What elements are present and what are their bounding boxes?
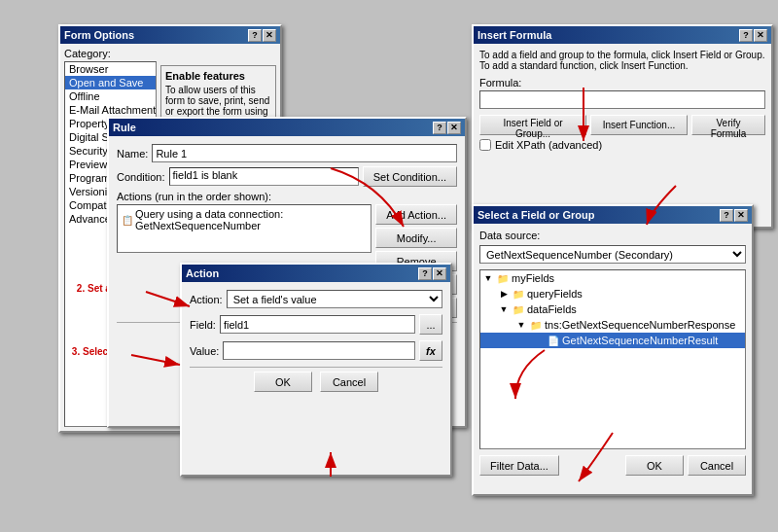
select-field-dialog: Select a Field or Group ? ✕ Data source:… xyxy=(472,204,754,496)
queryfields-expand[interactable]: ▶ xyxy=(498,288,510,300)
tns-icon: 📁 xyxy=(529,318,543,332)
verify-formula-btn[interactable]: Verify Formula xyxy=(691,115,765,135)
tree-node-myfields[interactable]: ▼ 📁 myFields xyxy=(480,270,745,286)
insert-field-btn[interactable]: Insert Field or Group... xyxy=(479,115,586,135)
select-field-title-buttons: ? ✕ xyxy=(720,209,748,222)
edit-xpath-label: Edit XPath (advanced) xyxy=(495,139,602,151)
myfields-folder-icon: 📁 xyxy=(496,271,510,285)
action-title-buttons: ? ✕ xyxy=(418,267,446,280)
select-field-title-bar: Select a Field or Group ? ✕ xyxy=(474,206,752,224)
action-cancel-btn[interactable]: Cancel xyxy=(320,372,378,392)
rule-name-input[interactable] xyxy=(152,144,457,162)
select-field-ok-cancel: OK Cancel xyxy=(625,455,746,476)
browse-field-btn[interactable]: ... xyxy=(419,314,442,335)
tree-node-tns[interactable]: ▼ 📁 tns:GetNextSequenceNumberResponse xyxy=(480,317,745,333)
insert-formula-title: Insert Formula xyxy=(477,29,551,41)
datafields-expand[interactable]: ▼ xyxy=(498,303,510,315)
action-ok-btn[interactable]: OK xyxy=(254,372,312,392)
form-options-help-btn[interactable]: ? xyxy=(248,29,262,42)
rule-title-bar: Rule ? ✕ xyxy=(109,119,465,136)
datasource-label: Data source: xyxy=(479,230,540,241)
fx-btn[interactable]: fx xyxy=(419,340,442,361)
actions-list[interactable]: 📋 Query using a data connection: GetNext… xyxy=(117,204,371,253)
insert-formula-content: To add a field and group to the formula,… xyxy=(474,44,771,160)
tree-node-result[interactable]: ▶ 📄 GetNextSequenceNumberResult xyxy=(480,333,745,348)
category-label: Category: xyxy=(64,48,276,59)
action-title: Action xyxy=(186,267,219,279)
edit-xpath-checkbox[interactable] xyxy=(479,139,491,151)
insert-formula-title-buttons: ? ✕ xyxy=(739,29,767,42)
rule-title: Rule xyxy=(113,122,136,133)
myfields-expand[interactable]: ▼ xyxy=(482,272,494,284)
field-tree[interactable]: ▼ 📁 myFields ▶ 📁 queryFields ▼ 📁 dataFie… xyxy=(479,269,746,449)
enable-features-label: Enable features xyxy=(165,70,245,82)
datasource-select[interactable]: GetNextSequenceNumber (Secondary) xyxy=(479,245,746,264)
select-field-content: Data source: GetNextSequenceNumber (Seco… xyxy=(474,224,752,481)
action-type-row: Action: Set a field's value Query using … xyxy=(190,290,442,308)
action-dialog: Action ? ✕ Action: Set a field's value Q… xyxy=(180,263,452,477)
rule-name-label: Name: xyxy=(117,148,148,160)
rule-help-btn[interactable]: ? xyxy=(433,122,446,134)
query-icon: 📋 xyxy=(122,215,133,226)
formula-label: Formula: xyxy=(479,77,521,89)
rule-close-btn[interactable]: ✕ xyxy=(447,122,461,134)
rule-title-buttons: ? ✕ xyxy=(433,122,461,134)
action-item-label: Query using a data connection: GetNextSe… xyxy=(135,208,367,231)
rule-condition-row: Condition: field1 is blank Set Condition… xyxy=(117,166,457,187)
select-field-help-btn[interactable]: ? xyxy=(720,209,733,222)
action-bottom-buttons: OK Cancel xyxy=(190,372,442,392)
select-field-close-btn[interactable]: ✕ xyxy=(734,209,748,222)
add-action-btn[interactable]: Add Action... xyxy=(375,204,457,225)
select-field-buttons: Filter Data... OK Cancel xyxy=(479,455,746,476)
category-browser[interactable]: Browser xyxy=(65,62,156,76)
set-condition-btn[interactable]: Set Condition... xyxy=(363,166,457,187)
action-close-btn[interactable]: ✕ xyxy=(433,267,446,280)
action-content: Action: Set a field's value Query using … xyxy=(182,282,450,400)
result-label: GetNextSequenceNumberResult xyxy=(562,335,718,346)
xpath-row: Edit XPath (advanced) xyxy=(479,139,765,151)
rule-condition-label: Condition: xyxy=(117,171,165,183)
value-row: Value: fx xyxy=(190,340,442,361)
rule-condition-value: field1 is blank xyxy=(169,167,359,186)
form-options-title-bar: Form Options ? ✕ xyxy=(60,26,280,44)
action-label: Action: xyxy=(190,294,223,305)
insert-formula-title-bar: Insert Formula ? ✕ xyxy=(474,26,771,44)
value-input[interactable] xyxy=(223,341,415,360)
datafields-label: dataFields xyxy=(527,303,577,315)
tns-label: tns:GetNextSequenceNumberResponse xyxy=(545,319,735,331)
select-field-title: Select a Field or Group xyxy=(477,209,594,221)
tree-node-queryfields[interactable]: ▶ 📁 queryFields xyxy=(480,286,745,301)
field-row: Field: ... xyxy=(190,314,442,335)
modify-btn[interactable]: Modify... xyxy=(375,228,457,248)
datasource-row: Data source: xyxy=(479,230,746,241)
category-email[interactable]: E-Mail Attachments xyxy=(65,103,156,117)
field-label: Field: xyxy=(190,319,216,331)
tree-node-datafields[interactable]: ▼ 📁 dataFields xyxy=(480,301,745,317)
insert-formula-help-btn[interactable]: ? xyxy=(739,29,753,42)
form-options-close-btn[interactable]: ✕ xyxy=(263,29,276,42)
insert-formula-close-btn[interactable]: ✕ xyxy=(754,29,767,42)
queryfields-icon: 📁 xyxy=(512,287,525,301)
action-select[interactable]: Set a field's value Query using a data c… xyxy=(227,290,442,308)
formula-input[interactable] xyxy=(479,90,765,109)
insert-function-btn[interactable]: Insert Function... xyxy=(590,115,688,135)
insert-buttons: Insert Field or Group... Insert Function… xyxy=(479,115,765,135)
category-open-save[interactable]: Open and Save xyxy=(65,76,156,89)
insert-formula-description: To add a field and group to the formula,… xyxy=(479,50,765,71)
insert-formula-dialog: Insert Formula ? ✕ To add a field and gr… xyxy=(472,24,773,229)
action-help-btn[interactable]: ? xyxy=(418,267,432,280)
form-options-title: Form Options xyxy=(64,29,134,41)
category-offline[interactable]: Offline xyxy=(65,89,156,103)
action-title-bar: Action ? ✕ xyxy=(182,265,450,282)
select-field-cancel-btn[interactable]: Cancel xyxy=(688,455,746,476)
rule-name-row: Name: xyxy=(117,144,457,162)
title-bar-buttons: ? ✕ xyxy=(248,29,276,42)
value-label: Value: xyxy=(190,345,219,357)
filter-data-btn[interactable]: Filter Data... xyxy=(479,455,559,476)
result-icon: 📄 xyxy=(547,334,560,347)
action-item[interactable]: 📋 Query using a data connection: GetNext… xyxy=(120,207,369,232)
field-input[interactable] xyxy=(220,315,415,334)
select-field-ok-btn[interactable]: OK xyxy=(625,455,684,476)
actions-label: Actions (run in the order shown): xyxy=(117,191,271,202)
tns-expand[interactable]: ▼ xyxy=(515,319,527,331)
